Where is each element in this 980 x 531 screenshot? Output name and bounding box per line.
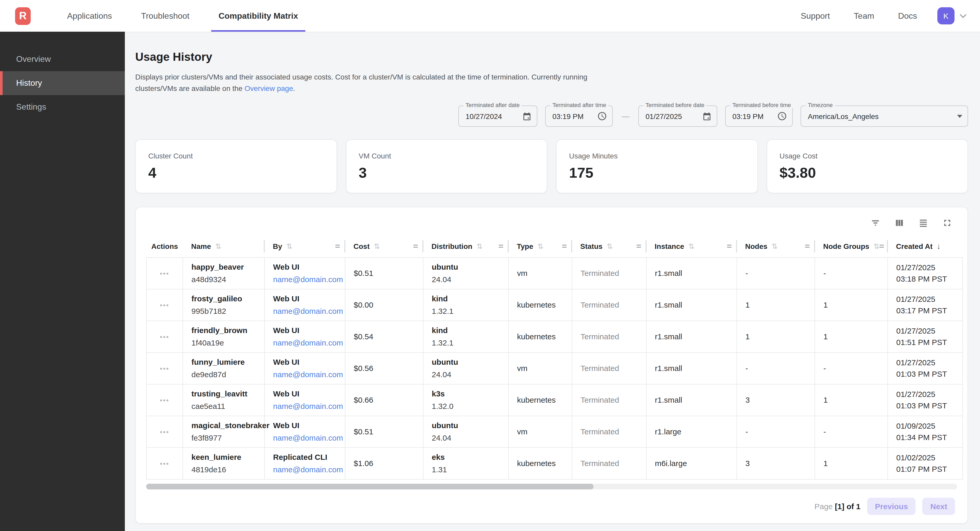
sort-icon[interactable]: ⇅ (286, 242, 292, 250)
instance-value: r1.large (655, 427, 681, 436)
horizontal-scrollbar-thumb[interactable] (146, 483, 593, 489)
created-by-email-link[interactable]: name@domain.com (273, 306, 340, 315)
row-actions-button[interactable]: ••• (160, 396, 169, 404)
nav-item-applications[interactable]: Applications (60, 0, 119, 32)
column-menu-icon[interactable]: = (636, 242, 646, 251)
sort-desc-icon[interactable]: ↓ (937, 242, 941, 251)
sidebar-item-settings[interactable]: Settings (0, 95, 125, 119)
status-cell: Terminated (572, 257, 646, 289)
status-badge: Terminated (581, 395, 619, 404)
column-header-type[interactable]: Type⇅= (509, 235, 572, 257)
column-header-name[interactable]: Name⇅ (183, 235, 264, 257)
created-by-email-link[interactable]: name@domain.com (273, 275, 340, 284)
instance-cell: r1.large (646, 416, 737, 447)
row-actions-button[interactable]: ••• (160, 428, 169, 436)
distribution-name: kind (432, 294, 503, 303)
column-menu-icon[interactable]: = (727, 242, 736, 251)
sort-icon[interactable]: ⇅ (215, 242, 221, 250)
created-by-email-link[interactable]: name@domain.com (273, 433, 340, 442)
terminated-before-time-field[interactable]: Terminated before time 03:19 PM (725, 105, 793, 127)
dropdown-caret-icon[interactable] (957, 114, 963, 118)
sort-icon[interactable]: ⇅ (689, 242, 694, 250)
terminated-after-time-field[interactable]: Terminated after time 03:19 PM (545, 105, 613, 127)
column-header-node-groups[interactable]: Node Groups⇅= (815, 235, 888, 257)
node-groups-cell: 1 (815, 289, 888, 320)
app-window: R Applications Troubleshoot Compatibilit… (0, 0, 980, 531)
table-row: ••• frosty_galileo995b7182 Web UIname@do… (146, 289, 963, 320)
row-actions-button[interactable]: ••• (160, 269, 169, 277)
created-by-email-link[interactable]: name@domain.com (273, 338, 340, 347)
horizontal-scrollbar-track[interactable] (146, 483, 957, 489)
column-header-cost[interactable]: Cost⇅= (345, 235, 423, 257)
column-menu-icon[interactable]: = (413, 242, 423, 251)
row-actions-button[interactable]: ••• (160, 460, 169, 468)
row-actions-button[interactable]: ••• (160, 333, 169, 341)
next-page-button[interactable]: Next (923, 498, 955, 515)
row-actions-button[interactable]: ••• (160, 365, 169, 372)
terminated-before-time-value[interactable]: 03:19 PM (732, 112, 773, 120)
node-groups-cell: 1 (815, 384, 888, 416)
fullscreen-icon[interactable] (942, 217, 953, 228)
column-menu-icon[interactable]: = (498, 242, 508, 251)
nav-link-team[interactable]: Team (846, 11, 881, 21)
filter-icon[interactable] (870, 217, 881, 228)
sort-icon[interactable]: ⇅ (772, 242, 778, 250)
sidebar-item-overview[interactable]: Overview (0, 47, 125, 71)
sort-icon[interactable]: ⇅ (607, 242, 613, 250)
previous-page-button[interactable]: Previous (867, 498, 916, 515)
columns-icon[interactable] (894, 217, 905, 228)
column-menu-icon[interactable]: = (335, 242, 345, 251)
account-chevron-down-icon[interactable] (960, 11, 966, 18)
column-header-by[interactable]: By⇅= (264, 235, 345, 257)
nav-link-support[interactable]: Support (794, 11, 837, 21)
instance-cell: r1.small (646, 320, 737, 352)
avatar[interactable]: K (937, 7, 955, 24)
created-by-email-link[interactable]: name@domain.com (273, 465, 340, 474)
nav-item-compatibility-matrix[interactable]: Compatibility Matrix (211, 0, 305, 32)
created-by-email-link[interactable]: name@domain.com (273, 402, 340, 411)
column-header-nodes[interactable]: Nodes⇅= (737, 235, 815, 257)
overview-page-link[interactable]: Overview page (245, 84, 293, 92)
cluster-name: happy_beaver (191, 262, 259, 271)
clock-icon[interactable] (597, 111, 607, 121)
column-header-instance[interactable]: Instance⇅= (646, 235, 737, 257)
column-header-status[interactable]: Status⇅= (572, 235, 646, 257)
terminated-before-date-value[interactable]: 01/27/2025 (646, 112, 698, 120)
sort-icon[interactable]: ⇅ (476, 242, 482, 250)
cluster-name: trusting_leavitt (191, 389, 259, 398)
status-cell: Terminated (572, 352, 646, 384)
terminated-before-date-field[interactable]: Terminated before date 01/27/2025 (638, 105, 718, 127)
timezone-value[interactable]: America/Los_Angeles (808, 112, 953, 120)
column-header-created-at[interactable]: Created At↓ (888, 235, 963, 257)
created-time: 01:51 PM PST (896, 338, 957, 347)
nav-item-troubleshoot[interactable]: Troubleshoot (134, 0, 197, 32)
column-header-distribution[interactable]: Distribution⇅= (423, 235, 509, 257)
created-by-email-link[interactable]: name@domain.com (273, 370, 340, 379)
by-cell: Web UIname@domain.com (264, 257, 345, 289)
cluster-id: 995b7182 (191, 306, 259, 315)
calendar-icon[interactable] (702, 111, 711, 121)
column-menu-icon[interactable]: = (805, 242, 815, 251)
replicated-logo[interactable]: R (15, 7, 31, 25)
distribution-cell: eks1.31 (423, 447, 509, 479)
primary-nav: Applications Troubleshoot Compatibility … (52, 0, 313, 32)
type-cell: kubernetes (509, 320, 572, 352)
terminated-after-date-value[interactable]: 10/27/2024 (466, 112, 518, 120)
cost-cell: $0.51 (345, 257, 423, 289)
density-icon[interactable] (918, 217, 929, 228)
timezone-select[interactable]: Timezone America/Los_Angeles (800, 105, 968, 127)
terminated-after-date-field[interactable]: Terminated after date 10/27/2024 (458, 105, 537, 127)
sidebar-item-history[interactable]: History (0, 71, 125, 95)
cost-cell: $0.66 (345, 384, 423, 416)
clock-icon[interactable] (777, 111, 787, 121)
instance-value: r1.small (655, 300, 682, 309)
column-menu-icon[interactable]: = (562, 242, 571, 251)
sort-icon[interactable]: ⇅ (374, 242, 380, 250)
calendar-icon[interactable] (522, 111, 531, 121)
terminated-after-time-value[interactable]: 03:19 PM (552, 112, 593, 120)
row-actions-button[interactable]: ••• (160, 301, 169, 309)
created-at-cell: 01/02/202501:07 PM PST (888, 447, 963, 479)
sort-icon[interactable]: ⇅ (537, 242, 543, 250)
sort-icon[interactable]: ⇅ (873, 242, 879, 250)
nav-link-docs[interactable]: Docs (891, 11, 924, 21)
